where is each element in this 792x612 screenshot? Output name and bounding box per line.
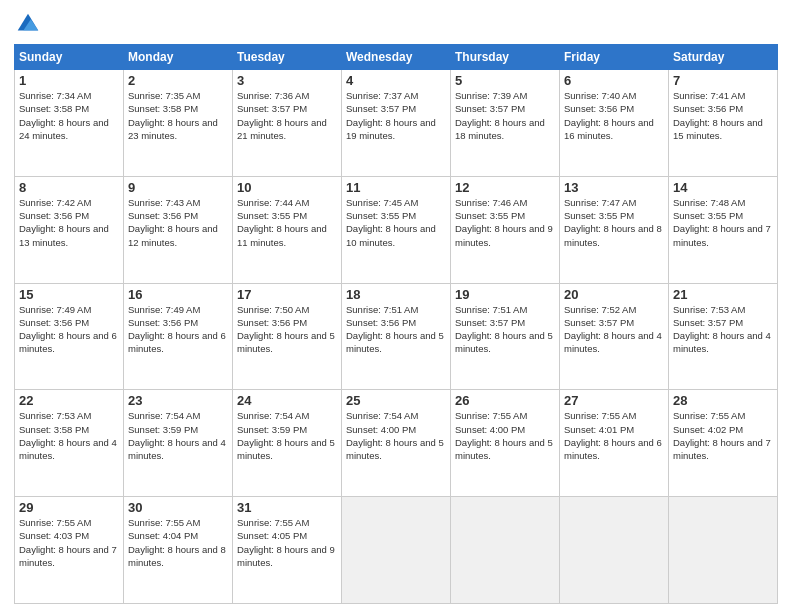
header (14, 10, 778, 38)
sunset-label: Sunset: 3:59 PM (128, 424, 198, 435)
daylight-label: Daylight: 8 hours and 5 minutes. (237, 437, 335, 461)
day-info: Sunrise: 7:55 AM Sunset: 4:01 PM Dayligh… (564, 409, 664, 462)
calendar-cell: 11 Sunrise: 7:45 AM Sunset: 3:55 PM Dayl… (342, 176, 451, 283)
sunrise-label: Sunrise: 7:51 AM (346, 304, 418, 315)
sunrise-label: Sunrise: 7:41 AM (673, 90, 745, 101)
day-number: 10 (237, 180, 337, 195)
sunset-label: Sunset: 3:55 PM (237, 210, 307, 221)
day-info: Sunrise: 7:40 AM Sunset: 3:56 PM Dayligh… (564, 89, 664, 142)
daylight-label: Daylight: 8 hours and 10 minutes. (346, 223, 436, 247)
sunset-label: Sunset: 3:57 PM (346, 103, 416, 114)
calendar-cell (669, 497, 778, 604)
day-info: Sunrise: 7:48 AM Sunset: 3:55 PM Dayligh… (673, 196, 773, 249)
calendar-cell: 29 Sunrise: 7:55 AM Sunset: 4:03 PM Dayl… (15, 497, 124, 604)
sunset-label: Sunset: 3:58 PM (19, 424, 89, 435)
page: SundayMondayTuesdayWednesdayThursdayFrid… (0, 0, 792, 612)
calendar-cell: 23 Sunrise: 7:54 AM Sunset: 3:59 PM Dayl… (124, 390, 233, 497)
daylight-label: Daylight: 8 hours and 6 minutes. (564, 437, 662, 461)
daylight-label: Daylight: 8 hours and 21 minutes. (237, 117, 327, 141)
calendar-cell: 16 Sunrise: 7:49 AM Sunset: 3:56 PM Dayl… (124, 283, 233, 390)
day-info: Sunrise: 7:55 AM Sunset: 4:04 PM Dayligh… (128, 516, 228, 569)
calendar-cell: 27 Sunrise: 7:55 AM Sunset: 4:01 PM Dayl… (560, 390, 669, 497)
sunset-label: Sunset: 3:57 PM (564, 317, 634, 328)
day-number: 5 (455, 73, 555, 88)
sunset-label: Sunset: 4:04 PM (128, 530, 198, 541)
daylight-label: Daylight: 8 hours and 13 minutes. (19, 223, 109, 247)
daylight-label: Daylight: 8 hours and 9 minutes. (237, 544, 335, 568)
daylight-label: Daylight: 8 hours and 5 minutes. (346, 330, 444, 354)
calendar-header-monday: Monday (124, 45, 233, 70)
calendar-header-saturday: Saturday (669, 45, 778, 70)
daylight-label: Daylight: 8 hours and 5 minutes. (455, 330, 553, 354)
sunrise-label: Sunrise: 7:40 AM (564, 90, 636, 101)
calendar-header-thursday: Thursday (451, 45, 560, 70)
daylight-label: Daylight: 8 hours and 16 minutes. (564, 117, 654, 141)
day-info: Sunrise: 7:55 AM Sunset: 4:02 PM Dayligh… (673, 409, 773, 462)
day-info: Sunrise: 7:39 AM Sunset: 3:57 PM Dayligh… (455, 89, 555, 142)
sunset-label: Sunset: 4:01 PM (564, 424, 634, 435)
calendar-header-sunday: Sunday (15, 45, 124, 70)
sunrise-label: Sunrise: 7:48 AM (673, 197, 745, 208)
calendar-cell: 18 Sunrise: 7:51 AM Sunset: 3:56 PM Dayl… (342, 283, 451, 390)
sunrise-label: Sunrise: 7:55 AM (455, 410, 527, 421)
sunrise-label: Sunrise: 7:43 AM (128, 197, 200, 208)
daylight-label: Daylight: 8 hours and 7 minutes. (673, 437, 771, 461)
sunrise-label: Sunrise: 7:50 AM (237, 304, 309, 315)
day-info: Sunrise: 7:53 AM Sunset: 3:57 PM Dayligh… (673, 303, 773, 356)
sunset-label: Sunset: 3:56 PM (19, 210, 89, 221)
daylight-label: Daylight: 8 hours and 8 minutes. (564, 223, 662, 247)
calendar-header-wednesday: Wednesday (342, 45, 451, 70)
day-number: 27 (564, 393, 664, 408)
day-number: 17 (237, 287, 337, 302)
daylight-label: Daylight: 8 hours and 19 minutes. (346, 117, 436, 141)
daylight-label: Daylight: 8 hours and 9 minutes. (455, 223, 553, 247)
calendar-cell: 13 Sunrise: 7:47 AM Sunset: 3:55 PM Dayl… (560, 176, 669, 283)
calendar-cell: 10 Sunrise: 7:44 AM Sunset: 3:55 PM Dayl… (233, 176, 342, 283)
calendar-cell (342, 497, 451, 604)
daylight-label: Daylight: 8 hours and 6 minutes. (19, 330, 117, 354)
calendar-cell: 20 Sunrise: 7:52 AM Sunset: 3:57 PM Dayl… (560, 283, 669, 390)
calendar-cell: 1 Sunrise: 7:34 AM Sunset: 3:58 PM Dayli… (15, 70, 124, 177)
calendar-cell: 28 Sunrise: 7:55 AM Sunset: 4:02 PM Dayl… (669, 390, 778, 497)
day-info: Sunrise: 7:51 AM Sunset: 3:56 PM Dayligh… (346, 303, 446, 356)
calendar-cell: 19 Sunrise: 7:51 AM Sunset: 3:57 PM Dayl… (451, 283, 560, 390)
sunset-label: Sunset: 3:56 PM (673, 103, 743, 114)
day-info: Sunrise: 7:49 AM Sunset: 3:56 PM Dayligh… (128, 303, 228, 356)
day-info: Sunrise: 7:35 AM Sunset: 3:58 PM Dayligh… (128, 89, 228, 142)
calendar-cell: 31 Sunrise: 7:55 AM Sunset: 4:05 PM Dayl… (233, 497, 342, 604)
sunset-label: Sunset: 3:57 PM (455, 317, 525, 328)
sunrise-label: Sunrise: 7:55 AM (564, 410, 636, 421)
calendar-cell: 12 Sunrise: 7:46 AM Sunset: 3:55 PM Dayl… (451, 176, 560, 283)
calendar-cell: 26 Sunrise: 7:55 AM Sunset: 4:00 PM Dayl… (451, 390, 560, 497)
day-info: Sunrise: 7:41 AM Sunset: 3:56 PM Dayligh… (673, 89, 773, 142)
day-info: Sunrise: 7:54 AM Sunset: 3:59 PM Dayligh… (128, 409, 228, 462)
day-info: Sunrise: 7:55 AM Sunset: 4:05 PM Dayligh… (237, 516, 337, 569)
sunrise-label: Sunrise: 7:49 AM (19, 304, 91, 315)
daylight-label: Daylight: 8 hours and 5 minutes. (455, 437, 553, 461)
calendar-cell: 7 Sunrise: 7:41 AM Sunset: 3:56 PM Dayli… (669, 70, 778, 177)
sunrise-label: Sunrise: 7:54 AM (346, 410, 418, 421)
day-info: Sunrise: 7:37 AM Sunset: 3:57 PM Dayligh… (346, 89, 446, 142)
calendar-cell: 6 Sunrise: 7:40 AM Sunset: 3:56 PM Dayli… (560, 70, 669, 177)
sunrise-label: Sunrise: 7:52 AM (564, 304, 636, 315)
sunrise-label: Sunrise: 7:42 AM (19, 197, 91, 208)
day-number: 22 (19, 393, 119, 408)
daylight-label: Daylight: 8 hours and 6 minutes. (128, 330, 226, 354)
day-number: 31 (237, 500, 337, 515)
sunrise-label: Sunrise: 7:36 AM (237, 90, 309, 101)
daylight-label: Daylight: 8 hours and 4 minutes. (564, 330, 662, 354)
calendar-cell: 25 Sunrise: 7:54 AM Sunset: 4:00 PM Dayl… (342, 390, 451, 497)
day-number: 4 (346, 73, 446, 88)
day-info: Sunrise: 7:34 AM Sunset: 3:58 PM Dayligh… (19, 89, 119, 142)
daylight-label: Daylight: 8 hours and 18 minutes. (455, 117, 545, 141)
sunset-label: Sunset: 4:02 PM (673, 424, 743, 435)
sunrise-label: Sunrise: 7:55 AM (237, 517, 309, 528)
sunrise-label: Sunrise: 7:39 AM (455, 90, 527, 101)
day-number: 13 (564, 180, 664, 195)
day-number: 30 (128, 500, 228, 515)
daylight-label: Daylight: 8 hours and 4 minutes. (128, 437, 226, 461)
day-info: Sunrise: 7:45 AM Sunset: 3:55 PM Dayligh… (346, 196, 446, 249)
day-info: Sunrise: 7:55 AM Sunset: 4:03 PM Dayligh… (19, 516, 119, 569)
calendar-cell: 3 Sunrise: 7:36 AM Sunset: 3:57 PM Dayli… (233, 70, 342, 177)
sunset-label: Sunset: 4:05 PM (237, 530, 307, 541)
